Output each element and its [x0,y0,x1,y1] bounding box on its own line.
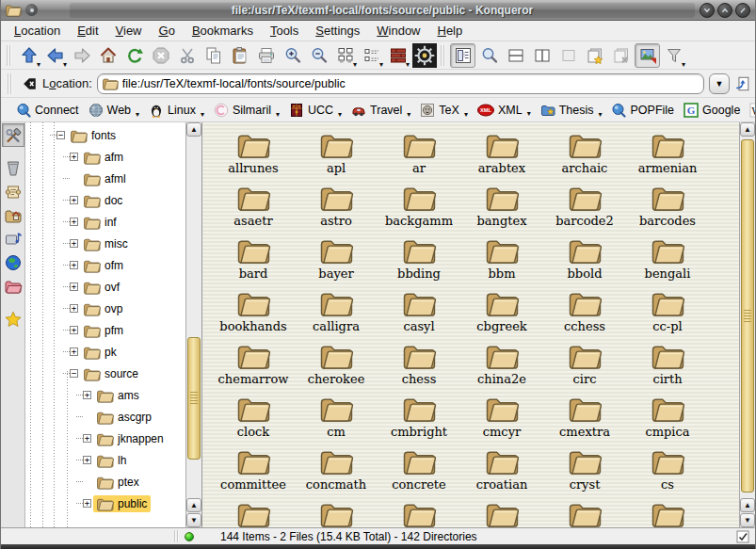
tree-item-pfm[interactable]: + pfm [25,319,185,341]
folder-item-clipped[interactable] [295,497,378,527]
scrollbar-thumb[interactable] [741,139,754,492]
scroll-down-button[interactable]: ▼ [740,513,755,527]
tree-expander[interactable]: + [83,434,91,443]
folder-item-bbding[interactable]: bbding [378,234,460,286]
multicolumn-view-button[interactable]: ▾ [385,43,410,68]
bookmark-linux[interactable]: Linux▾ [145,101,208,120]
tree-item-public[interactable]: + public [25,492,185,514]
folder-item-bayer[interactable]: bayer [295,234,378,286]
folder-item-bard[interactable]: bard [212,234,295,286]
tree-expander[interactable]: + [83,391,91,399]
toolbar-grip[interactable] [8,73,13,94]
zoom-in-button[interactable] [280,43,305,68]
tree-item-fonts[interactable]: − fonts [25,124,185,146]
tree-item-ovp[interactable]: + ovp [25,298,185,319]
paste-button[interactable] [227,43,252,68]
folder-item-casyl[interactable]: casyl [378,286,460,339]
location-dropdown-button[interactable]: ▼ [709,73,730,94]
tree-item-jknappen[interactable]: + jknappen [25,428,185,449]
folder-item-china2e[interactable]: china2e [460,339,543,392]
folder-item-concmath[interactable]: concmath [295,444,378,497]
bookmark-thesis[interactable]: Thesis▾ [537,101,606,120]
bookmark-xml[interactable]: XMLXML▾ [474,102,535,119]
menu-tools[interactable]: Tools [263,22,306,40]
minimize-button[interactable] [700,3,715,18]
folder-item-cryst[interactable]: cryst [543,444,626,497]
folder-item-archaic[interactable]: archaic [543,128,626,181]
remove-view-button[interactable] [555,43,581,68]
reload-button[interactable] [121,43,147,68]
home-button[interactable] [95,43,121,68]
tree-expander[interactable]: + [70,153,78,161]
folder-item-clipped[interactable] [626,497,709,527]
folder-item-circ[interactable]: circ [543,339,626,392]
folder-item-cs[interactable]: cs [626,444,709,497]
tree-expander[interactable]: + [70,218,78,226]
folder-item-cm[interactable]: cm [295,392,378,444]
up-button[interactable]: ▾ [16,43,41,68]
sidebar-config-button[interactable] [2,123,24,147]
folder-item-cc-pl[interactable]: cc-pl [626,286,709,339]
scroll-up-button[interactable]: ▲ [740,498,755,512]
sidebar-services-button[interactable] [2,227,24,250]
folder-item-bookhands[interactable]: bookhands [212,286,295,339]
bookmark-connect[interactable]: Connect [12,101,83,120]
folder-item-bengali[interactable]: bengali [626,234,709,286]
folder-item-armenian[interactable]: armenian [626,128,709,181]
tree-item-afm[interactable]: + afm [25,146,185,168]
tree-item-lh[interactable]: + lh [25,449,185,471]
tree-item-pk[interactable]: + pk [25,341,185,363]
menu-edit[interactable]: Edit [70,22,105,40]
folder-item-allrunes[interactable]: allrunes [212,128,295,181]
tree-expander[interactable]: + [83,456,91,464]
close-tab-button[interactable] [608,43,634,68]
folder-item-clock[interactable]: clock [212,392,295,444]
maximize-button[interactable] [717,3,732,18]
bookmark-tex[interactable]: TeX▾ [416,101,472,120]
konqueror-gear-throbber[interactable] [411,43,437,68]
sidebar-bookmark-tab-button[interactable] [2,156,24,180]
tree-item-doc[interactable]: + doc [25,189,185,211]
tree-scrollbar[interactable]: ▲▲▼ [185,122,201,527]
find-file-button[interactable] [476,43,502,68]
forward-button[interactable] [69,43,94,68]
sidebar-root-directory-button[interactable] [2,274,24,298]
folder-item-apl[interactable]: apl [295,128,378,181]
menu-window[interactable]: Window [369,22,427,40]
scroll-down-button[interactable]: ▼ [186,513,201,527]
list-view-button[interactable]: ▾ [359,43,384,68]
scroll-up-button[interactable]: ▲ [186,498,201,512]
statusbar-grip[interactable] [174,530,179,542]
stop-button[interactable] [148,43,173,68]
sidebar-network-button[interactable] [2,250,24,274]
zoom-out-button[interactable] [306,43,331,68]
menu-location[interactable]: Location [7,22,68,40]
tree-expander[interactable]: + [70,347,78,356]
filter-button[interactable]: ▾ [661,43,686,68]
bookmark-google[interactable]: GGoogle [680,101,744,120]
tree-expander[interactable]: − [56,131,65,139]
window-menu-button[interactable] [25,4,38,16]
show-tree-sidebar-button[interactable] [450,43,475,68]
folder-item-cmbright[interactable]: cmbright [378,392,460,444]
tree-item-ovf[interactable]: + ovf [25,276,185,298]
main-scrollbar[interactable]: ▲▲▼ [739,122,755,527]
tree-item-ofm[interactable]: + ofm [25,254,185,276]
tree-item-misc[interactable]: + misc [25,233,185,254]
bookmark-travel[interactable]: Travel▾ [347,101,414,120]
toolbar-grip[interactable] [7,45,12,66]
tree-expander[interactable]: + [70,283,78,291]
folder-item-cmpica[interactable]: cmpica [626,392,709,444]
bookmark-web[interactable]: Web▾ [85,101,144,120]
icon-view-button[interactable]: ▾ [332,43,358,68]
active-view-checkbox-icon[interactable] [736,530,749,543]
split-view-left-right-button[interactable] [529,43,555,68]
tree-item-afml[interactable]: afml [25,168,185,189]
clear-location-button[interactable] [21,75,38,92]
folder-item-backgamm[interactable]: backgamm [378,181,460,234]
toolbar-grip[interactable] [441,45,446,66]
tree-item-ptex[interactable]: ptex [25,471,185,492]
menu-go[interactable]: Go [152,22,183,40]
folder-item-bbold[interactable]: bbold [543,234,626,286]
scroll-up-button[interactable]: ▲ [740,122,755,137]
